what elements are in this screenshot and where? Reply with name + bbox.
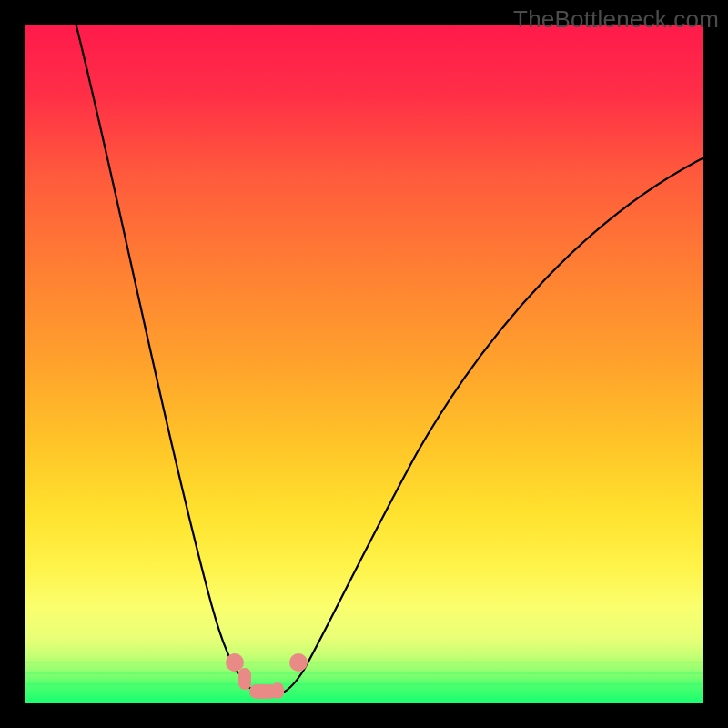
svg-point-3 bbox=[226, 653, 244, 672]
svg-point-7 bbox=[289, 653, 308, 672]
svg-rect-4 bbox=[238, 668, 251, 690]
watermark-text: TheBottleneck.com bbox=[513, 5, 719, 34]
gradient-background bbox=[25, 25, 703, 703]
svg-rect-6 bbox=[271, 682, 284, 699]
bottleneck-chart bbox=[25, 25, 703, 703]
plot-frame bbox=[25, 25, 703, 703]
chart-root: TheBottleneck.com bbox=[0, 0, 728, 728]
